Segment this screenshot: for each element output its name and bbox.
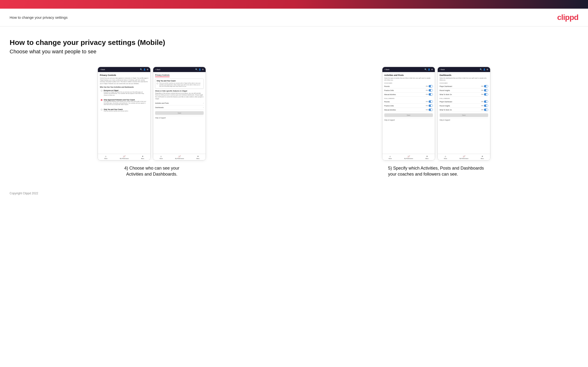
person-icon[interactable]: 👤	[143, 68, 146, 71]
toggle-rounds-followers: Rounds ON	[384, 100, 433, 104]
menu-icon-4: ≡	[482, 155, 483, 158]
search-icon-4[interactable]: 🔍	[480, 68, 482, 71]
save-button-4[interactable]: Save	[440, 113, 488, 117]
perf-icon-3: 📈	[407, 155, 410, 158]
chevron-right-icon-2: ›	[203, 106, 204, 108]
bottom-nav-perf-3[interactable]: 📈 My Performance	[404, 155, 413, 159]
what-work-coaches-label: What To Work On	[440, 94, 452, 95]
popup-radio[interactable]	[156, 83, 158, 84]
toggle-player-followers-control[interactable]	[484, 100, 488, 103]
phone-3-body: Activities and Posts Select the types of…	[382, 72, 435, 154]
toggle-manual-coaches-control[interactable]	[429, 93, 433, 96]
phone-3-back[interactable]: < Back	[384, 69, 389, 70]
save-button-2[interactable]: Save	[155, 111, 204, 115]
settings-icon[interactable]: ⚙	[147, 68, 148, 71]
person-icon-3[interactable]: 👤	[428, 68, 430, 71]
phone-4-icons: 🔍 👤 ⚙	[480, 68, 488, 71]
bottom-nav-home-4[interactable]: ⌂ Home	[444, 155, 447, 159]
radio-option-everyone[interactable]: Everyone on Clippd Everyone on Clippd ca…	[100, 89, 148, 97]
section-5-phones: < Back 🔍 👤 ⚙ Activities and Posts Select…	[382, 67, 490, 160]
bottom-nav-menu-4[interactable]: ≡ Menu	[481, 155, 484, 159]
phone-1-back[interactable]: < Back	[100, 69, 105, 70]
section-5-caption: 5) Specify which Activities, Posts and D…	[388, 165, 484, 177]
toggle-what-work-coaches-control[interactable]	[484, 93, 488, 96]
bottom-nav-home-3[interactable]: ⌂ Home	[389, 155, 392, 159]
phone-4-bottom-nav: ⌂ Home 📈 My Performance ≡ Menu	[438, 154, 490, 160]
person-icon-4[interactable]: 👤	[483, 68, 485, 71]
search-icon-3[interactable]: 🔍	[424, 68, 427, 71]
section-4-caption: 4) Choose who can see your Activities an…	[116, 165, 188, 177]
toggle-round-insights-followers-control[interactable]	[484, 104, 488, 107]
toggle-round-insights-coaches-control[interactable]	[484, 89, 488, 92]
help-support-4: Help & Support	[440, 118, 488, 122]
arrow-row-activities[interactable]: Activities and Posts ›	[155, 101, 204, 105]
header-title: How to change your privacy settings	[10, 15, 68, 19]
toggle-what-work-followers-control[interactable]	[484, 108, 488, 111]
help-support-2: Help & Support	[155, 116, 204, 120]
bottom-nav-home-2[interactable]: ⌂ Home	[159, 155, 163, 159]
arrow-row-dashboards[interactable]: Dashboards ›	[155, 105, 204, 110]
home-label-2: Home	[159, 158, 163, 159]
save-button-3[interactable]: Save	[384, 113, 433, 117]
radio-body-everyone: Everyone on Clippd can search for you an…	[104, 91, 147, 96]
bottom-nav-perf-2[interactable]: 📈 My Performance	[175, 155, 184, 159]
toggle-rounds-followers-control[interactable]	[429, 100, 433, 103]
phone-3: < Back 🔍 👤 ⚙ Activities and Posts Select…	[382, 67, 435, 160]
show-hide-body: Regardless of the privacy controls that …	[155, 92, 204, 100]
toggle-drills-coaches-control[interactable]	[429, 89, 433, 92]
radio-option-only-coach[interactable]: Only You and Your Coach Only you and the…	[100, 108, 148, 113]
radio-circle-everyone[interactable]	[101, 90, 103, 92]
phone-2-back[interactable]: < Back	[155, 69, 160, 70]
perf-label-3: My Performance	[404, 158, 413, 159]
bottom-nav-menu-2[interactable]: ≡ Menu	[197, 155, 200, 159]
phone-1-body-text: Control how you and your data appears to…	[100, 77, 148, 85]
tab-label: Privacy Controls	[155, 74, 170, 76]
main-content: How to change your privacy settings (Mob…	[0, 26, 588, 209]
bottom-nav-menu-3[interactable]: ≡ Menu	[425, 155, 429, 159]
bottom-nav-menu-1[interactable]: ≡ Menu	[141, 155, 144, 159]
perf-icon-1: 📈	[123, 155, 126, 158]
radio-circle-only-coach[interactable]	[101, 109, 103, 110]
search-icon[interactable]: 🔍	[140, 68, 142, 71]
toggle-player-followers: Player Dashboard ON	[440, 100, 488, 104]
radio-circle-approved[interactable]	[101, 99, 103, 101]
bottom-nav-perf-4[interactable]: 📈 My Performance	[459, 155, 468, 159]
popup-only-you-coach: Only You and Your Coach Only you and the…	[155, 79, 204, 89]
toggle-what-work-coaches: What To Work On ON	[440, 92, 488, 97]
round-insights-followers-label: Round Insights	[440, 105, 450, 107]
toggle-drills-followers-control[interactable]	[429, 104, 433, 107]
radio-title-everyone: Everyone on Clippd	[104, 90, 147, 91]
phone-4-back[interactable]: < Back	[440, 69, 445, 70]
person-icon-2[interactable]: 👤	[199, 68, 201, 71]
dashboards-label: Dashboards	[155, 107, 164, 108]
search-icon-2[interactable]: 🔍	[195, 68, 198, 71]
settings-icon-4[interactable]: ⚙	[486, 68, 488, 71]
toggle-player-coaches-control[interactable]	[484, 85, 488, 87]
toggle-what-work-followers: What To Work On ON	[440, 108, 488, 112]
settings-icon-3[interactable]: ⚙	[431, 68, 433, 71]
menu-label-2: Menu	[197, 158, 200, 159]
home-label-1: Home	[104, 158, 107, 159]
settings-icon-2[interactable]: ⚙	[202, 68, 204, 71]
toggle-manual-followers-control[interactable]	[429, 108, 433, 111]
bottom-nav-perf-1[interactable]: 📈 My Performance	[120, 155, 129, 159]
toggle-rounds-coaches-control[interactable]	[429, 85, 433, 87]
phone-1-bottom-nav: ⌂ Home 📈 My Performance ≡ Menu	[98, 154, 150, 160]
phone-1-body: Privacy Controls Control how you and you…	[98, 72, 150, 154]
toggle-manual-coaches: Manual Activities ON	[384, 92, 433, 97]
phone-1-section-title: Privacy Controls	[100, 74, 148, 76]
perf-icon-4: 📈	[463, 155, 465, 158]
bottom-nav-home-1[interactable]: ⌂ Home	[104, 155, 107, 159]
toggle-manual-followers: Manual Activities ON	[384, 108, 433, 112]
toggle-player-coaches: Player Dashboard ON	[440, 84, 488, 88]
round-insights-coaches-label: Round Insights	[440, 90, 450, 91]
logo: clippd	[557, 13, 578, 22]
radio-text-approved: Only Approved Followers and Your Coach O…	[104, 99, 147, 105]
phone-3-desc: Select the types of activity that you'd …	[384, 77, 433, 81]
radio-option-approved[interactable]: Only Approved Followers and Your Coach O…	[100, 98, 148, 106]
privacy-controls-tab[interactable]: Privacy Controls	[155, 74, 170, 77]
perf-label-4: My Performance	[459, 158, 468, 159]
phone-3-nav: < Back 🔍 👤 ⚙	[382, 67, 435, 72]
home-icon-4: ⌂	[445, 155, 446, 158]
phone-1-nav: < Back 🔍 👤 ⚙	[98, 67, 150, 72]
